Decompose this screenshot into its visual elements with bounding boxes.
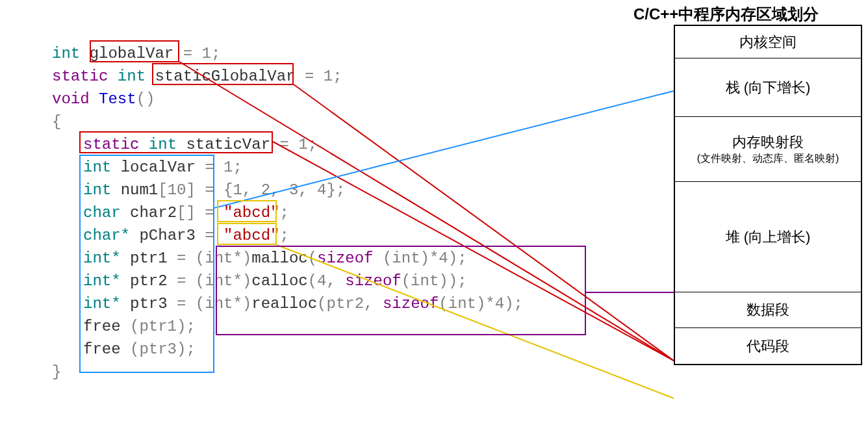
code-line-3: void Test() <box>52 88 523 110</box>
code-line-6: int localVar = 1; <box>52 156 523 179</box>
memory-region-0: 内核空间 <box>675 26 861 58</box>
code-block: int globalVar = 1; static int staticGlob… <box>52 42 523 383</box>
code-line-11: int* ptr2 = (int*)calloc(4, sizeof(int))… <box>52 270 523 292</box>
memory-region-label: 内核空间 <box>675 32 861 52</box>
code-line-5: static int staticVar = 1; <box>52 133 523 156</box>
memory-region-label: 数据段 <box>675 300 861 320</box>
code-line-8: char char2[] = "abcd"; <box>52 201 523 224</box>
code-line-1: int globalVar = 1; <box>52 42 523 65</box>
memory-region-1: 栈 (向下增长) <box>675 58 861 117</box>
memory-region-label: 堆 (向上增长) <box>675 227 861 247</box>
memory-region-label: 代码段 <box>675 337 861 356</box>
code-line-15: } <box>52 361 523 383</box>
memory-region-label: 栈 (向下增长) <box>675 78 861 97</box>
memory-region-sublabel: (文件映射、动态库、匿名映射) <box>675 152 861 166</box>
code-line-10: int* ptr1 = (int*)malloc(sizeof (int)*4)… <box>52 247 523 270</box>
memory-region-5: 代码段 <box>675 328 861 364</box>
code-line-13: free (ptr1); <box>52 315 523 338</box>
code-line-4: { <box>52 110 523 133</box>
code-line-14: free (ptr3); <box>52 338 523 361</box>
memory-region-3: 堆 (向上增长) <box>675 182 861 292</box>
code-line-9: char* pChar3 = "abcd"; <box>52 224 523 247</box>
memory-region-2: 内存映射段(文件映射、动态库、匿名映射) <box>675 117 861 182</box>
code-line-2: static int staticGlobalVar = 1; <box>52 65 523 88</box>
memory-region-label: 内存映射段 <box>675 133 861 152</box>
memory-title: C/C++中程序内存区域划分 <box>633 4 819 25</box>
memory-region-4: 数据段 <box>675 292 861 328</box>
memory-table: 内核空间栈 (向下增长)内存映射段(文件映射、动态库、匿名映射)堆 (向上增长)… <box>674 25 862 365</box>
code-line-7: int num1[10] = {1, 2, 3, 4}; <box>52 179 523 201</box>
code-line-12: int* ptr3 = (int*)realloc(ptr2, sizeof(i… <box>52 292 523 315</box>
